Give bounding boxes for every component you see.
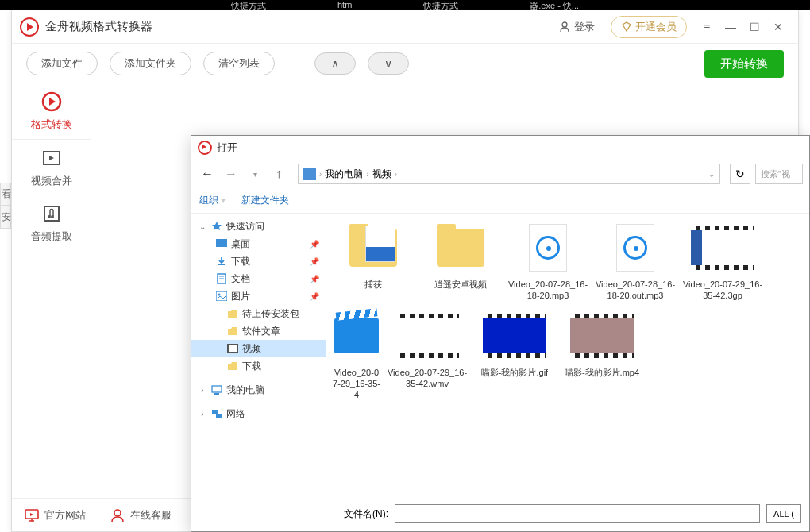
sidebar-item-merge[interactable]: 视频合并 [12, 139, 91, 195]
nav-recent-button[interactable]: ▾ [245, 164, 264, 183]
network-icon [210, 407, 223, 420]
tree-expand-icon[interactable]: › [198, 410, 207, 418]
dialog-body: ⌄ 快速访问 桌面 📌 下载 📌 文档 📌 [191, 214, 809, 496]
audio-icon [40, 202, 63, 225]
video-thumb-icon [483, 314, 546, 358]
sidebar-label: 格式转换 [31, 118, 72, 132]
minimize-button[interactable]: — [719, 15, 742, 39]
file-item[interactable]: 喵影-我的影片.gif [474, 308, 555, 400]
file-item[interactable]: Video_20-07-28_16-18-20.out.mp3 [595, 220, 676, 302]
toolbar: 添加文件 添加文件夹 清空列表 ∧ ∨ 开始转换 [12, 44, 798, 83]
pin-icon: 📌 [310, 292, 319, 301]
pin-icon: 📌 [310, 257, 319, 266]
start-convert-button[interactable]: 开始转换 [704, 50, 784, 78]
left-sidebar: 格式转换 视频合并 音频提取 [12, 83, 91, 498]
sidebar-item-convert[interactable]: 格式转换 [12, 83, 91, 139]
move-up-button[interactable]: ∧ [314, 52, 356, 75]
menu-button[interactable]: ≡ [695, 15, 719, 39]
svg-rect-16 [212, 386, 222, 392]
chevron-right-icon: › [366, 170, 368, 179]
file-open-dialog: 打开 ← → ▾ ↑ › 我的电脑 › 视频 › ⌄ ↻ 搜索"视 组织 ▾ 新… [191, 135, 810, 532]
add-file-button[interactable]: 添加文件 [26, 52, 98, 75]
file-item[interactable]: Video_20-07-28_16-18-20.mp3 [507, 220, 588, 302]
folder-icon [226, 360, 239, 372]
login-button[interactable]: 登录 [550, 17, 603, 37]
tree-network[interactable]: › 网络 [191, 405, 326, 422]
svg-point-0 [562, 22, 567, 27]
tree-pc[interactable]: › 我的电脑 [191, 381, 326, 399]
nav-back-button[interactable]: ← [198, 164, 217, 183]
clapperboard-icon [334, 318, 379, 353]
folder-icon [437, 229, 484, 267]
svg-rect-17 [214, 393, 219, 395]
add-folder-button[interactable]: 添加文件夹 [110, 52, 191, 75]
chevron-down-icon[interactable]: ⌄ [708, 170, 715, 179]
tree-pkg[interactable]: 待上传安装包 [191, 305, 326, 322]
video-icon [226, 342, 239, 355]
tree-pictures[interactable]: 图片 📌 [191, 287, 326, 305]
tree-video[interactable]: 视频 [191, 340, 326, 357]
svg-point-13 [218, 294, 221, 296]
dialog-title-bar: 打开 [191, 136, 809, 160]
headset-icon [110, 507, 125, 523]
download-icon [215, 255, 228, 268]
user-icon [558, 21, 571, 33]
drive-icon [303, 168, 316, 180]
organize-button[interactable]: 组织 ▾ [199, 194, 226, 207]
audio-file-icon [616, 224, 654, 272]
window-controls: ≡ — ☐ ✕ [695, 15, 790, 39]
folder-icon [349, 229, 397, 267]
sidebar-label: 视频合并 [31, 174, 72, 188]
search-input[interactable]: 搜索"视 [755, 164, 803, 184]
filename-input[interactable] [395, 504, 760, 523]
file-item[interactable]: 逍遥安卓视频 [420, 220, 501, 302]
nav-up-button[interactable]: ↑ [269, 164, 288, 183]
folder-icon [226, 325, 239, 337]
tree-downloads2[interactable]: 下载 [191, 357, 326, 375]
diamond-icon [621, 21, 632, 33]
tree-articles[interactable]: 软件文章 [191, 322, 326, 340]
background-taskbar: 快捷方式 htm 快捷方式 器.exe - 快... [0, 0, 810, 10]
breadcrumb-item[interactable]: 视频 [372, 168, 392, 181]
video-thumb-icon [691, 226, 754, 270]
tree-documents[interactable]: 文档 📌 [191, 270, 326, 287]
svg-rect-18 [212, 410, 218, 414]
maximize-button[interactable]: ☐ [742, 15, 766, 39]
file-item[interactable]: 喵影-我的影片.mp4 [561, 308, 642, 400]
tree-expand-icon[interactable]: ⌄ [198, 222, 207, 231]
clear-list-button[interactable]: 清空列表 [203, 52, 275, 75]
convert-icon [40, 91, 63, 113]
nav-forward-button[interactable]: → [222, 164, 241, 183]
service-link[interactable]: 在线客服 [110, 507, 172, 523]
close-button[interactable]: ✕ [766, 15, 790, 39]
folder-tree: ⌄ 快速访问 桌面 📌 下载 📌 文档 📌 [191, 214, 326, 496]
breadcrumb[interactable]: › 我的电脑 › 视频 › ⌄ [298, 164, 720, 184]
file-item[interactable]: Video_20-07-29_16-35-4 [333, 308, 380, 400]
tree-expand-icon[interactable]: › [198, 386, 207, 395]
file-item[interactable]: Video_20-07-29_16-35-42.wmv [387, 308, 468, 400]
vip-button[interactable]: 开通会员 [611, 16, 687, 38]
tree-desktop[interactable]: 桌面 📌 [191, 235, 326, 253]
app-logo-icon [20, 17, 39, 37]
new-folder-button[interactable]: 新建文件夹 [241, 194, 289, 207]
svg-rect-19 [216, 414, 222, 418]
desktop-icon [215, 237, 228, 250]
tree-downloads[interactable]: 下载 📌 [191, 253, 326, 270]
video-thumb-icon [395, 314, 459, 358]
video-thumb-icon [570, 314, 634, 358]
dialog-logo-icon [198, 141, 212, 155]
tree-quick-access[interactable]: ⌄ 快速访问 [191, 218, 326, 235]
sidebar-item-audio[interactable]: 音频提取 [12, 195, 91, 250]
file-item[interactable]: 捕获 [333, 220, 414, 302]
file-item[interactable]: Video_20-07-29_16-35-42.3gp [682, 220, 763, 302]
website-link[interactable]: 官方网站 [24, 507, 86, 523]
folder-icon [226, 307, 239, 320]
dialog-toolbar: 组织 ▾ 新建文件夹 [191, 188, 809, 214]
breadcrumb-item[interactable]: 我的电脑 [325, 168, 363, 181]
document-icon [215, 272, 228, 285]
filename-label: 文件名(N): [333, 507, 388, 521]
refresh-button[interactable]: ↻ [730, 164, 750, 184]
move-down-button[interactable]: ∨ [368, 52, 409, 75]
chevron-right-icon: › [395, 170, 397, 179]
file-type-dropdown[interactable]: ALL ( [766, 504, 801, 523]
